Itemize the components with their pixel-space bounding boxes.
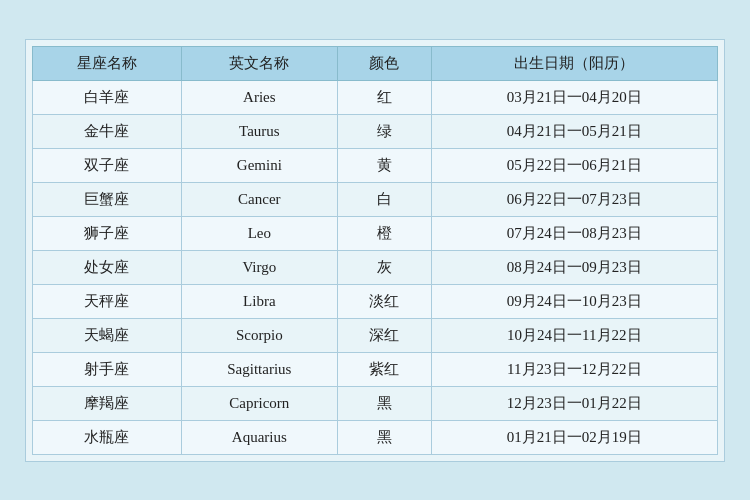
cell-date: 03月21日一04月20日 — [431, 80, 717, 114]
header-color: 颜色 — [338, 46, 432, 80]
cell-color: 绿 — [338, 114, 432, 148]
zodiac-table-wrapper: 星座名称 英文名称 颜色 出生日期（阳历） 白羊座Aries红03月21日一04… — [25, 39, 725, 462]
cell-date: 04月21日一05月21日 — [431, 114, 717, 148]
cell-color: 白 — [338, 182, 432, 216]
cell-date: 06月22日一07月23日 — [431, 182, 717, 216]
cell-english-name: Scorpio — [181, 318, 337, 352]
table-row: 双子座Gemini黄05月22日一06月21日 — [33, 148, 718, 182]
cell-chinese-name: 白羊座 — [33, 80, 182, 114]
table-body: 白羊座Aries红03月21日一04月20日金牛座Taurus绿04月21日一0… — [33, 80, 718, 454]
table-row: 天蝎座Scorpio深红10月24日一11月22日 — [33, 318, 718, 352]
header-chinese-name: 星座名称 — [33, 46, 182, 80]
cell-color: 灰 — [338, 250, 432, 284]
table-row: 水瓶座Aquarius黑01月21日一02月19日 — [33, 420, 718, 454]
cell-english-name: Virgo — [181, 250, 337, 284]
table-row: 处女座Virgo灰08月24日一09月23日 — [33, 250, 718, 284]
table-row: 天秤座Libra淡红09月24日一10月23日 — [33, 284, 718, 318]
cell-chinese-name: 金牛座 — [33, 114, 182, 148]
cell-chinese-name: 摩羯座 — [33, 386, 182, 420]
cell-color: 黑 — [338, 420, 432, 454]
cell-chinese-name: 巨蟹座 — [33, 182, 182, 216]
cell-english-name: Cancer — [181, 182, 337, 216]
table-row: 狮子座Leo橙07月24日一08月23日 — [33, 216, 718, 250]
cell-english-name: Leo — [181, 216, 337, 250]
cell-english-name: Capricorn — [181, 386, 337, 420]
table-row: 巨蟹座Cancer白06月22日一07月23日 — [33, 182, 718, 216]
cell-english-name: Aquarius — [181, 420, 337, 454]
header-english-name: 英文名称 — [181, 46, 337, 80]
cell-chinese-name: 天蝎座 — [33, 318, 182, 352]
table-row: 摩羯座Capricorn黑12月23日一01月22日 — [33, 386, 718, 420]
cell-date: 10月24日一11月22日 — [431, 318, 717, 352]
cell-date: 05月22日一06月21日 — [431, 148, 717, 182]
header-date: 出生日期（阳历） — [431, 46, 717, 80]
table-row: 金牛座Taurus绿04月21日一05月21日 — [33, 114, 718, 148]
cell-chinese-name: 水瓶座 — [33, 420, 182, 454]
table-header-row: 星座名称 英文名称 颜色 出生日期（阳历） — [33, 46, 718, 80]
cell-chinese-name: 狮子座 — [33, 216, 182, 250]
cell-color: 橙 — [338, 216, 432, 250]
cell-chinese-name: 双子座 — [33, 148, 182, 182]
cell-chinese-name: 天秤座 — [33, 284, 182, 318]
cell-date: 07月24日一08月23日 — [431, 216, 717, 250]
cell-color: 深红 — [338, 318, 432, 352]
table-row: 白羊座Aries红03月21日一04月20日 — [33, 80, 718, 114]
cell-color: 黄 — [338, 148, 432, 182]
cell-date: 08月24日一09月23日 — [431, 250, 717, 284]
cell-chinese-name: 处女座 — [33, 250, 182, 284]
table-row: 射手座Sagittarius紫红11月23日一12月22日 — [33, 352, 718, 386]
cell-date: 11月23日一12月22日 — [431, 352, 717, 386]
cell-chinese-name: 射手座 — [33, 352, 182, 386]
cell-color: 黑 — [338, 386, 432, 420]
cell-english-name: Libra — [181, 284, 337, 318]
cell-color: 红 — [338, 80, 432, 114]
cell-english-name: Taurus — [181, 114, 337, 148]
cell-date: 09月24日一10月23日 — [431, 284, 717, 318]
cell-english-name: Sagittarius — [181, 352, 337, 386]
cell-date: 01月21日一02月19日 — [431, 420, 717, 454]
cell-english-name: Gemini — [181, 148, 337, 182]
cell-color: 紫红 — [338, 352, 432, 386]
cell-english-name: Aries — [181, 80, 337, 114]
cell-color: 淡红 — [338, 284, 432, 318]
zodiac-table: 星座名称 英文名称 颜色 出生日期（阳历） 白羊座Aries红03月21日一04… — [32, 46, 718, 455]
cell-date: 12月23日一01月22日 — [431, 386, 717, 420]
